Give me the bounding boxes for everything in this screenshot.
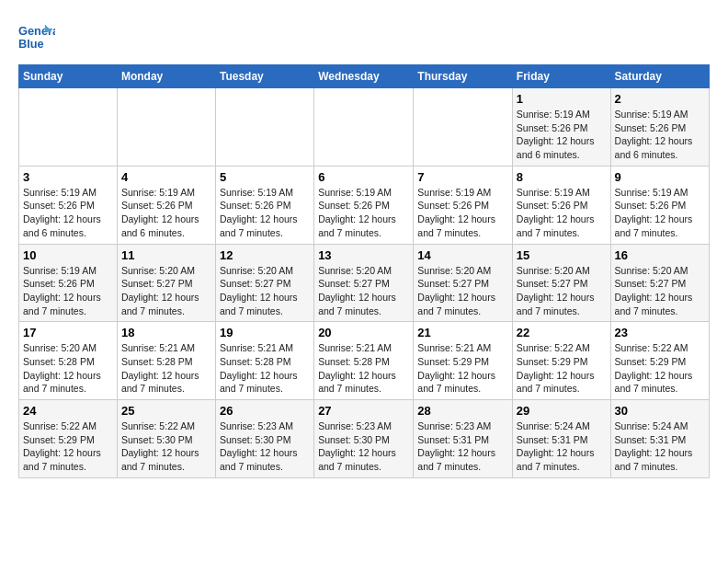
day-info: Sunrise: 5:19 AM Sunset: 5:26 PM Dayligh…: [517, 108, 607, 162]
calendar-cell: 19Sunrise: 5:21 AM Sunset: 5:28 PM Dayli…: [215, 322, 313, 400]
day-number: 8: [517, 170, 607, 184]
calendar-cell: 28Sunrise: 5:23 AM Sunset: 5:31 PM Dayli…: [414, 400, 513, 478]
day-info: Sunrise: 5:20 AM Sunset: 5:27 PM Dayligh…: [121, 264, 211, 318]
calendar-cell: 16Sunrise: 5:20 AM Sunset: 5:27 PM Dayli…: [610, 244, 709, 322]
weekday-header-sunday: Sunday: [19, 65, 118, 88]
day-number: 3: [23, 170, 113, 184]
day-info: Sunrise: 5:23 AM Sunset: 5:30 PM Dayligh…: [318, 419, 409, 474]
calendar-week-5: 24Sunrise: 5:22 AM Sunset: 5:29 PM Dayli…: [19, 400, 710, 478]
day-number: 19: [220, 326, 310, 339]
calendar-cell: 2Sunrise: 5:19 AM Sunset: 5:26 PM Daylig…: [610, 88, 709, 167]
calendar-cell: 14Sunrise: 5:20 AM Sunset: 5:27 PM Dayli…: [414, 244, 513, 322]
day-number: 24: [23, 404, 113, 418]
day-number: 12: [220, 248, 310, 262]
day-info: Sunrise: 5:23 AM Sunset: 5:31 PM Dayligh…: [417, 419, 508, 474]
day-info: Sunrise: 5:23 AM Sunset: 5:30 PM Dayligh…: [220, 419, 310, 474]
day-number: 16: [615, 248, 705, 262]
logo: General Blue: [18, 18, 59, 55]
logo-icon: General Blue: [18, 18, 55, 55]
calendar-cell: 10Sunrise: 5:19 AM Sunset: 5:26 PM Dayli…: [19, 244, 118, 322]
calendar-week-3: 10Sunrise: 5:19 AM Sunset: 5:26 PM Dayli…: [19, 244, 710, 322]
day-info: Sunrise: 5:19 AM Sunset: 5:26 PM Dayligh…: [615, 108, 705, 162]
day-info: Sunrise: 5:21 AM Sunset: 5:28 PM Dayligh…: [318, 341, 409, 396]
calendar-cell: 21Sunrise: 5:21 AM Sunset: 5:29 PM Dayli…: [414, 322, 513, 400]
calendar-cell: 7Sunrise: 5:19 AM Sunset: 5:26 PM Daylig…: [414, 166, 513, 244]
calendar-cell: 27Sunrise: 5:23 AM Sunset: 5:30 PM Dayli…: [314, 400, 414, 478]
calendar-cell: 23Sunrise: 5:22 AM Sunset: 5:29 PM Dayli…: [610, 322, 709, 400]
day-info: Sunrise: 5:20 AM Sunset: 5:28 PM Dayligh…: [23, 341, 113, 396]
weekday-header-tuesday: Tuesday: [215, 65, 313, 88]
day-info: Sunrise: 5:20 AM Sunset: 5:27 PM Dayligh…: [417, 264, 508, 318]
day-info: Sunrise: 5:20 AM Sunset: 5:27 PM Dayligh…: [615, 264, 705, 318]
calendar-cell: 9Sunrise: 5:19 AM Sunset: 5:26 PM Daylig…: [610, 166, 709, 244]
day-info: Sunrise: 5:19 AM Sunset: 5:26 PM Dayligh…: [615, 186, 705, 240]
day-number: 4: [121, 170, 211, 184]
day-number: 28: [417, 404, 508, 418]
day-number: 1: [517, 92, 607, 106]
page-header: General Blue: [18, 18, 710, 55]
day-info: Sunrise: 5:19 AM Sunset: 5:26 PM Dayligh…: [23, 264, 113, 318]
calendar-cell: 22Sunrise: 5:22 AM Sunset: 5:29 PM Dayli…: [512, 322, 610, 400]
day-info: Sunrise: 5:19 AM Sunset: 5:26 PM Dayligh…: [517, 186, 607, 240]
calendar-cell: 3Sunrise: 5:19 AM Sunset: 5:26 PM Daylig…: [19, 166, 118, 244]
day-number: 30: [615, 404, 705, 418]
calendar-cell: 25Sunrise: 5:22 AM Sunset: 5:30 PM Dayli…: [117, 400, 215, 478]
day-number: 25: [121, 404, 211, 418]
day-info: Sunrise: 5:19 AM Sunset: 5:26 PM Dayligh…: [121, 186, 211, 240]
day-info: Sunrise: 5:21 AM Sunset: 5:28 PM Dayligh…: [121, 341, 211, 396]
day-number: 21: [417, 326, 508, 339]
day-info: Sunrise: 5:20 AM Sunset: 5:27 PM Dayligh…: [318, 264, 409, 318]
calendar-cell: 20Sunrise: 5:21 AM Sunset: 5:28 PM Dayli…: [314, 322, 414, 400]
calendar-cell: 29Sunrise: 5:24 AM Sunset: 5:31 PM Dayli…: [512, 400, 610, 478]
calendar-week-2: 3Sunrise: 5:19 AM Sunset: 5:26 PM Daylig…: [19, 166, 710, 244]
day-info: Sunrise: 5:19 AM Sunset: 5:26 PM Dayligh…: [417, 186, 508, 240]
day-number: 18: [121, 326, 211, 339]
day-info: Sunrise: 5:24 AM Sunset: 5:31 PM Dayligh…: [517, 419, 607, 474]
calendar-cell: [314, 88, 414, 167]
day-number: 27: [318, 404, 409, 418]
calendar-cell: [117, 88, 215, 167]
day-number: 17: [23, 326, 113, 339]
calendar-cell: [215, 88, 313, 167]
weekday-header-thursday: Thursday: [414, 65, 513, 88]
calendar-cell: 24Sunrise: 5:22 AM Sunset: 5:29 PM Dayli…: [19, 400, 118, 478]
day-number: 10: [23, 248, 113, 262]
weekday-header-saturday: Saturday: [610, 65, 709, 88]
day-info: Sunrise: 5:20 AM Sunset: 5:27 PM Dayligh…: [517, 264, 607, 318]
calendar-cell: 15Sunrise: 5:20 AM Sunset: 5:27 PM Dayli…: [512, 244, 610, 322]
day-number: 9: [615, 170, 705, 184]
calendar-cell: 18Sunrise: 5:21 AM Sunset: 5:28 PM Dayli…: [117, 322, 215, 400]
calendar-week-1: 1Sunrise: 5:19 AM Sunset: 5:26 PM Daylig…: [19, 88, 710, 167]
day-info: Sunrise: 5:19 AM Sunset: 5:26 PM Dayligh…: [23, 186, 113, 240]
day-info: Sunrise: 5:22 AM Sunset: 5:30 PM Dayligh…: [121, 419, 211, 474]
calendar-cell: 8Sunrise: 5:19 AM Sunset: 5:26 PM Daylig…: [512, 166, 610, 244]
weekday-header-monday: Monday: [117, 65, 215, 88]
day-info: Sunrise: 5:21 AM Sunset: 5:29 PM Dayligh…: [417, 341, 508, 396]
calendar-cell: 1Sunrise: 5:19 AM Sunset: 5:26 PM Daylig…: [512, 88, 610, 167]
day-number: 22: [517, 326, 607, 339]
svg-text:Blue: Blue: [18, 37, 44, 51]
calendar-cell: 13Sunrise: 5:20 AM Sunset: 5:27 PM Dayli…: [314, 244, 414, 322]
day-info: Sunrise: 5:22 AM Sunset: 5:29 PM Dayligh…: [615, 341, 705, 396]
calendar-cell: 6Sunrise: 5:19 AM Sunset: 5:26 PM Daylig…: [314, 166, 414, 244]
calendar-cell: 26Sunrise: 5:23 AM Sunset: 5:30 PM Dayli…: [215, 400, 313, 478]
day-info: Sunrise: 5:24 AM Sunset: 5:31 PM Dayligh…: [615, 419, 705, 474]
calendar-cell: 12Sunrise: 5:20 AM Sunset: 5:27 PM Dayli…: [215, 244, 313, 322]
day-number: 29: [517, 404, 607, 418]
day-info: Sunrise: 5:22 AM Sunset: 5:29 PM Dayligh…: [517, 341, 607, 396]
calendar-cell: 11Sunrise: 5:20 AM Sunset: 5:27 PM Dayli…: [117, 244, 215, 322]
day-number: 23: [615, 326, 705, 339]
day-info: Sunrise: 5:22 AM Sunset: 5:29 PM Dayligh…: [23, 419, 113, 474]
calendar-cell: [19, 88, 118, 167]
day-info: Sunrise: 5:19 AM Sunset: 5:26 PM Dayligh…: [318, 186, 409, 240]
calendar-cell: 17Sunrise: 5:20 AM Sunset: 5:28 PM Dayli…: [19, 322, 118, 400]
calendar-cell: 4Sunrise: 5:19 AM Sunset: 5:26 PM Daylig…: [117, 166, 215, 244]
calendar-cell: 30Sunrise: 5:24 AM Sunset: 5:31 PM Dayli…: [610, 400, 709, 478]
day-number: 2: [615, 92, 705, 106]
day-number: 26: [220, 404, 310, 418]
day-number: 7: [417, 170, 508, 184]
day-number: 15: [517, 248, 607, 262]
weekday-header-friday: Friday: [512, 65, 610, 88]
weekday-header-wednesday: Wednesday: [314, 65, 414, 88]
calendar-cell: [414, 88, 513, 167]
